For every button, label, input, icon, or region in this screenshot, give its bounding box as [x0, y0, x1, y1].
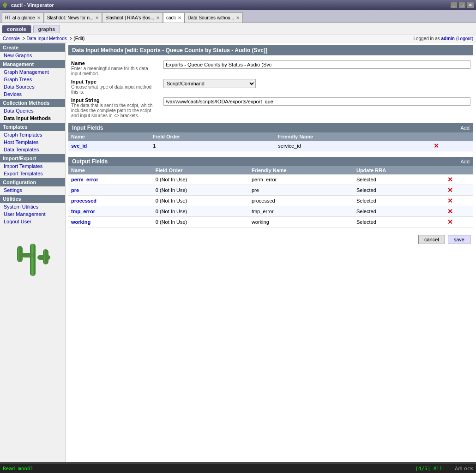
sidebar-item-data-sources[interactable]: Data Sources	[0, 83, 65, 90]
input-type-desc: Choose what type of data input method th…	[71, 84, 158, 95]
sidebar-item-new-graphs[interactable]: New Graphs	[0, 52, 65, 59]
col-name: Name	[68, 166, 153, 174]
row-name: tmp_error	[68, 206, 153, 217]
field-name-link[interactable]: processed	[71, 198, 96, 204]
sidebar-item-graph-trees[interactable]: Graph Trees	[0, 76, 65, 83]
tab-label: RT at a glance	[5, 15, 35, 20]
delete-icon[interactable]: ✕	[447, 218, 453, 226]
sidebar-item-graph-templates[interactable]: Graph Templates	[0, 131, 65, 138]
title-text: cacti - Vimperator	[11, 2, 54, 8]
breadcrumb-data-input-methods[interactable]: Data Input Methods	[26, 36, 66, 41]
sidebar-item-export-templates[interactable]: Export Templates	[0, 170, 65, 177]
col-delete	[445, 166, 473, 174]
row-name: working	[68, 217, 153, 228]
name-input[interactable]	[163, 60, 470, 69]
tab-console[interactable]: console	[2, 25, 31, 33]
tab-close-icon[interactable]: ✕	[95, 15, 99, 20]
form-row-name: Name Enter a meaningful name for this da…	[68, 59, 473, 78]
delete-icon[interactable]: ✕	[447, 208, 453, 215]
name-label-cell: Name Enter a meaningful name for this da…	[68, 59, 161, 78]
window-controls[interactable]: _ □ ✕	[450, 2, 474, 8]
input-fields-header-row: Name Field Order Friendly Name	[68, 132, 473, 141]
browser-tab-slashdot2[interactable]: Slashdot | RIAA's Bos... ✕	[102, 12, 163, 23]
row-delete-cell: ✕	[445, 206, 473, 217]
row-update-rra: Selected	[354, 206, 445, 217]
sidebar-item-data-templates[interactable]: Data Templates	[0, 146, 65, 153]
login-info: Logged in as admin (Logout)	[413, 36, 473, 41]
input-type-select[interactable]: Script/Command SNMP Script - Script Serv…	[163, 79, 256, 88]
statusbar-addon: AdLock	[455, 466, 473, 472]
output-fields-header-row: Name Field Order Friendly Name Update RR…	[68, 166, 473, 174]
input-fields-add-link[interactable]: Add	[460, 125, 470, 131]
cancel-button[interactable]: cancel	[418, 235, 445, 244]
breadcrumb-edit: (Edit)	[73, 36, 84, 41]
sidebar-item-logout-user[interactable]: Logout User	[0, 218, 65, 225]
breadcrumb-path: Console -> Data Input Methods -> (Edit)	[3, 36, 84, 41]
table-row: perm_error 0 (Not In Use) perm_error Sel…	[68, 174, 473, 185]
row-friendly-name: service_id	[275, 141, 431, 151]
sidebar-item-graph-management[interactable]: Graph Management	[0, 68, 65, 76]
logout-link[interactable]: Logout	[458, 36, 472, 41]
field-name-link[interactable]: svc_id	[71, 143, 87, 149]
table-row: working 0 (Not In Use) working Selected …	[68, 217, 473, 228]
input-string-input[interactable]	[163, 97, 470, 106]
sidebar-item-system-utilities[interactable]: System Utilities	[0, 203, 65, 210]
col-delete	[431, 132, 473, 141]
col-friendly-name: Friendly Name	[249, 166, 354, 174]
sidebar-item-data-queries[interactable]: Data Queries	[0, 107, 65, 114]
breadcrumb: Console -> Data Input Methods -> (Edit) …	[0, 35, 476, 42]
tab-close-icon[interactable]: ✕	[156, 15, 160, 20]
output-fields-add-link[interactable]: Add	[460, 159, 470, 164]
input-type-label: Input Type	[71, 79, 158, 84]
browser-tab-slashdot1[interactable]: Slashdot: News for n... ✕	[44, 12, 102, 23]
svg-rect-6	[31, 244, 33, 276]
sidebar-item-host-templates[interactable]: Host Templates	[0, 138, 65, 146]
row-delete-cell: ✕	[445, 196, 473, 206]
close-button[interactable]: ✕	[467, 2, 474, 8]
tab-close-icon[interactable]: ✕	[236, 15, 240, 20]
sidebar-item-devices[interactable]: Devices	[0, 90, 65, 98]
browser-tabbar: RT at a glance ✕ Slashdot: News for n...…	[0, 10, 476, 23]
form-row-input-type: Input Type Choose what type of data inpu…	[68, 78, 473, 96]
admin-link[interactable]: admin	[441, 36, 454, 41]
tab-graphs[interactable]: graphs	[33, 25, 60, 33]
input-string-desc: The data that is sent to the script, whi…	[71, 103, 158, 118]
delete-icon[interactable]: ✕	[447, 197, 453, 204]
input-type-label-cell: Input Type Choose what type of data inpu…	[68, 78, 161, 96]
tab-close-icon[interactable]: ✕	[37, 15, 41, 20]
sidebar-section-templates: Templates	[0, 123, 65, 131]
browser-tab-cacti[interactable]: cacti ✕	[163, 12, 185, 23]
graphs-tab-label: graphs	[38, 26, 55, 32]
name-label: Name	[71, 60, 158, 66]
tab-label: cacti	[166, 15, 176, 20]
field-name-link[interactable]: working	[71, 219, 90, 225]
table-row: tmp_error 0 (Not In Use) tmp_error Selec…	[68, 206, 473, 217]
field-name-link[interactable]: perm_error	[71, 177, 98, 182]
maximize-button[interactable]: □	[458, 2, 466, 8]
sidebar-item-import-templates[interactable]: Import Templates	[0, 162, 65, 170]
delete-icon[interactable]: ✕	[447, 176, 453, 183]
browser-tab-datasources[interactable]: Data Sources withou... ✕	[185, 12, 243, 23]
statusbar-right-group: [4/5] All AdLock	[415, 466, 473, 472]
field-name-link[interactable]: pre	[71, 187, 79, 193]
breadcrumb-console[interactable]: Console	[3, 36, 20, 41]
col-friendly-name: Friendly Name	[275, 132, 431, 141]
browser-tab-rt[interactable]: RT at a glance ✕	[2, 12, 44, 23]
form-buttons: cancel save	[68, 232, 473, 247]
minimize-button[interactable]: _	[450, 2, 458, 8]
sidebar-item-data-input-methods[interactable]: Data Input Methods	[0, 114, 65, 122]
field-name-link[interactable]: tmp_error	[71, 209, 95, 214]
delete-icon[interactable]: ✕	[434, 142, 439, 150]
row-friendly-name: processed	[249, 196, 354, 206]
row-field-order: 0 (Not In Use)	[153, 217, 249, 228]
sidebar-item-settings[interactable]: Settings	[0, 186, 65, 194]
row-friendly-name: working	[249, 217, 354, 228]
delete-icon[interactable]: ✕	[447, 186, 453, 194]
tab-label: Slashdot: News for n...	[47, 15, 94, 20]
tab-close-icon[interactable]: ✕	[178, 15, 181, 20]
table-row: processed 0 (Not In Use) processed Selec…	[68, 196, 473, 206]
statusbar-position: [4/5] All	[415, 466, 443, 472]
form-row-input-string: Input String The data that is sent to th…	[68, 96, 473, 120]
sidebar-item-user-management[interactable]: User Management	[0, 210, 65, 218]
save-button[interactable]: save	[448, 235, 470, 244]
